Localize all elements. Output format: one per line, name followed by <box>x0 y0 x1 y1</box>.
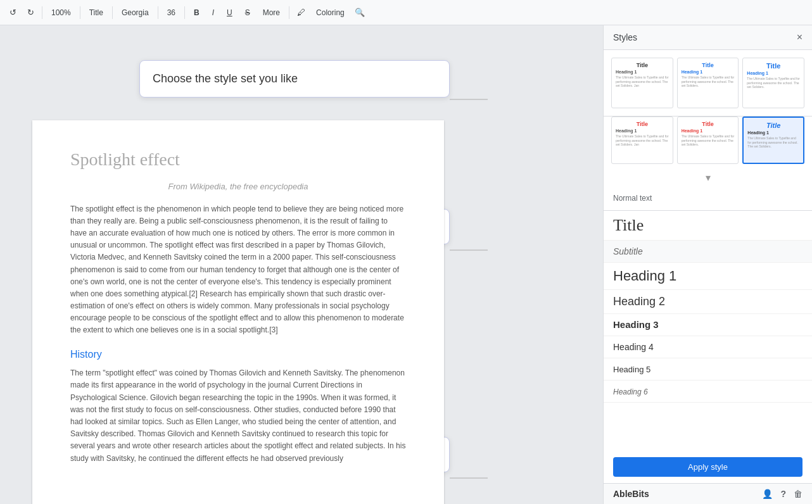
style-thumb-6[interactable]: Title Heading 1 The Ultimate Sales to Ty… <box>742 117 804 164</box>
thumb-4-heading: Heading 1 <box>616 129 669 133</box>
thumb-4-body: The Ultimate Sales to Typefite and for p… <box>616 134 669 147</box>
trash-icon[interactable]: 🗑 <box>794 489 802 499</box>
thumb-2-heading: Heading 1 <box>682 70 735 74</box>
help-icon[interactable]: ? <box>780 489 786 499</box>
normal-text-label[interactable]: Normal text <box>613 191 802 205</box>
close-styles-button[interactable]: × <box>797 32 802 43</box>
thumb-6-title: Title <box>747 122 799 129</box>
toolbar-divider-1 <box>42 6 42 19</box>
undo-icon[interactable]: ↺ <box>6 6 19 19</box>
coloring-label[interactable]: Coloring <box>312 7 348 18</box>
style-h6-label: Heading 6 <box>613 387 648 396</box>
style-item-title[interactable]: Title <box>604 211 812 241</box>
toolbar: ↺ ↻ 100% Title Georgia 36 B I U S More 🖊… <box>0 0 812 25</box>
underline-button[interactable]: U <box>223 7 236 18</box>
search-icon[interactable]: 🔍 <box>353 6 366 19</box>
person-icon[interactable]: 👤 <box>762 489 773 499</box>
redo-icon[interactable]: ↻ <box>24 6 37 19</box>
document-area: Choose the style set you like Apply any … <box>0 25 603 504</box>
styles-panel-footer: AbleBits 👤 ? 🗑 <box>604 483 812 504</box>
font-size[interactable]: 36 <box>163 7 179 18</box>
style-item-h2[interactable]: Heading 2 <box>604 290 812 314</box>
style-item-h6[interactable]: Heading 6 <box>604 381 812 403</box>
style-title-label: Title <box>613 216 644 234</box>
toolbar-divider-4 <box>158 6 158 19</box>
style-thumb-1[interactable]: Title Heading 1 The Ultimate Sales to Ty… <box>611 58 673 108</box>
thumb-5-title: Title <box>682 121 735 127</box>
style-subtitle-label: Subtitle <box>613 246 643 256</box>
thumb-5-heading: Heading 1 <box>682 129 735 133</box>
doc-heading-history: History <box>70 346 406 363</box>
italic-button[interactable]: I <box>208 7 218 18</box>
thumb-6-body: The Ultimate Sales to Typefite and for p… <box>747 136 799 149</box>
toolbar-divider-3 <box>112 6 113 19</box>
style-item-h4[interactable]: Heading 4 <box>604 336 812 358</box>
style-h5-label: Heading 5 <box>613 365 650 374</box>
footer-icons: 👤 ? 🗑 <box>762 489 802 499</box>
apply-style-button[interactable]: Apply style <box>613 457 802 477</box>
scroll-indicator: ▾ <box>604 169 812 186</box>
font-selector[interactable]: Georgia <box>118 7 153 18</box>
thumb-5-body: The Ultimate Sales to Typefite and for p… <box>682 134 735 147</box>
style-h1-label: Heading 1 <box>613 268 676 284</box>
ablebits-logo: AbleBits <box>613 489 649 499</box>
thumb-3-heading: Heading 1 <box>747 71 800 75</box>
style-thumb-4[interactable]: Title Heading 1 The Ultimate Sales to Ty… <box>611 117 673 164</box>
zoom-level[interactable]: 100% <box>48 7 75 18</box>
toolbar-divider-5 <box>184 6 185 19</box>
style-h3-label: Heading 3 <box>613 319 659 330</box>
bold-button[interactable]: B <box>190 7 203 18</box>
style-thumb-2[interactable]: Title Heading 1 The Ultimate Sales to Ty… <box>677 58 739 108</box>
toolbar-divider-6 <box>289 6 289 19</box>
thumb-1-heading: Heading 1 <box>616 70 669 74</box>
thumb-2-title: Title <box>682 62 735 68</box>
styles-thumbnails-row1: Title Heading 1 The Ultimate Sales to Ty… <box>604 50 812 117</box>
style-list: Title Subtitle Heading 1 Heading 2 Headi… <box>604 211 812 451</box>
doc-title: Spotlight effect <box>70 146 406 174</box>
thumb-4-title: Title <box>616 121 669 127</box>
style-item-h1[interactable]: Heading 1 <box>604 263 812 290</box>
doc-subtitle: From Wikipedia, the free encyclopedia <box>70 180 406 194</box>
thumb-3-body: The Ultimate Sales to Typefite and for p… <box>747 77 800 89</box>
doc-body-1: The spotlight effect is the phenomenon i… <box>70 203 406 337</box>
paint-icon[interactable]: 🖊 <box>295 6 307 19</box>
doc-body-2: The term "spotlight effect" was coined b… <box>70 367 406 465</box>
thumb-2-body: The Ultimate Sales to Typefite and for p… <box>682 75 735 88</box>
thumb-1-body: The Ultimate Sales to Typefite and for p… <box>616 75 669 88</box>
styles-panel: Styles × Title Heading 1 The Ultimate Sa… <box>603 25 812 504</box>
style-h2-label: Heading 2 <box>613 295 665 308</box>
thumb-3-title: Title <box>747 62 800 70</box>
normal-text-section: Normal text <box>604 186 812 211</box>
toolbar-divider-2 <box>80 6 80 19</box>
style-item-subtitle[interactable]: Subtitle <box>604 241 812 263</box>
strikethrough-button[interactable]: S <box>241 7 254 18</box>
styles-thumbnails-row2: Title Heading 1 The Ultimate Sales to Ty… <box>604 117 812 169</box>
thumb-6-heading: Heading 1 <box>747 130 799 135</box>
styles-panel-header: Styles × <box>604 25 812 50</box>
styles-panel-title: Styles <box>613 32 637 42</box>
style-item-h3[interactable]: Heading 3 <box>604 314 812 336</box>
style-selector[interactable]: Title <box>86 7 107 18</box>
style-h4-label: Heading 4 <box>613 342 654 352</box>
thumb-1-title: Title <box>616 62 669 68</box>
doc-page: Spotlight effect From Wikipedia, the fre… <box>32 120 444 504</box>
callout-1-text: Choose the style set you like <box>153 72 298 85</box>
style-thumb-5[interactable]: Title Heading 1 The Ultimate Sales to Ty… <box>677 117 739 164</box>
scroll-down-icon[interactable]: ▾ <box>706 172 711 184</box>
more-button[interactable]: More <box>259 7 284 18</box>
style-item-h5[interactable]: Heading 5 <box>604 358 812 381</box>
callout-box-1: Choose the style set you like <box>139 60 450 98</box>
main-content: Choose the style set you like Apply any … <box>0 25 812 504</box>
style-thumb-3[interactable]: Title Heading 1 The Ultimate Sales to Ty… <box>742 58 804 108</box>
